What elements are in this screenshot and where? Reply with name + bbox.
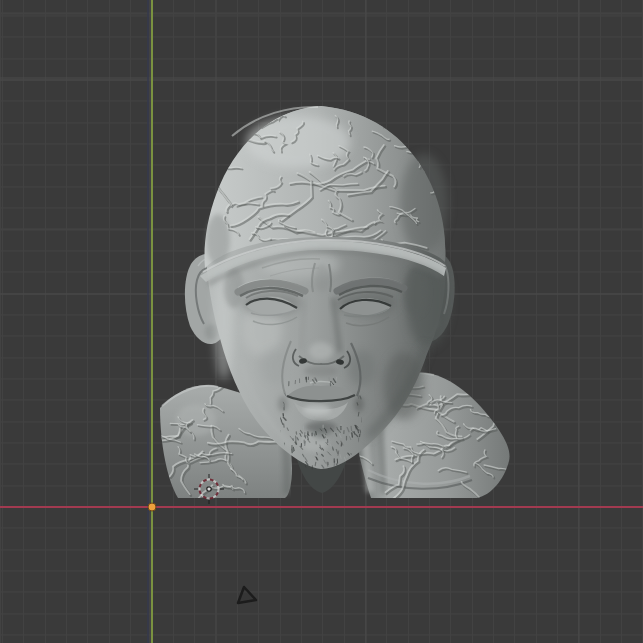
texture-stroke xyxy=(293,469,296,472)
texture-stroke xyxy=(315,462,316,465)
texture-stroke xyxy=(384,110,403,128)
texture-stroke xyxy=(304,433,305,437)
origin-dot xyxy=(148,503,156,511)
texture-stroke xyxy=(314,434,315,436)
annotate-cursor-icon xyxy=(238,587,256,603)
scene-svg xyxy=(0,0,643,643)
texture-stroke xyxy=(136,161,225,170)
texture-stroke xyxy=(352,433,353,437)
texture-stroke xyxy=(293,448,294,451)
texture-stroke xyxy=(336,377,337,381)
3d-viewport[interactable] xyxy=(0,0,643,643)
texture-stroke xyxy=(383,108,402,126)
texture-stroke xyxy=(359,458,360,461)
texture-stroke xyxy=(358,412,359,416)
texture-stroke xyxy=(317,453,318,455)
texture-stroke xyxy=(316,432,317,435)
texture-stroke xyxy=(284,424,285,427)
texture-stroke xyxy=(351,426,352,430)
texture-stroke xyxy=(137,162,226,171)
model-head-bust[interactable] xyxy=(128,106,535,516)
texture-stroke xyxy=(316,458,317,460)
